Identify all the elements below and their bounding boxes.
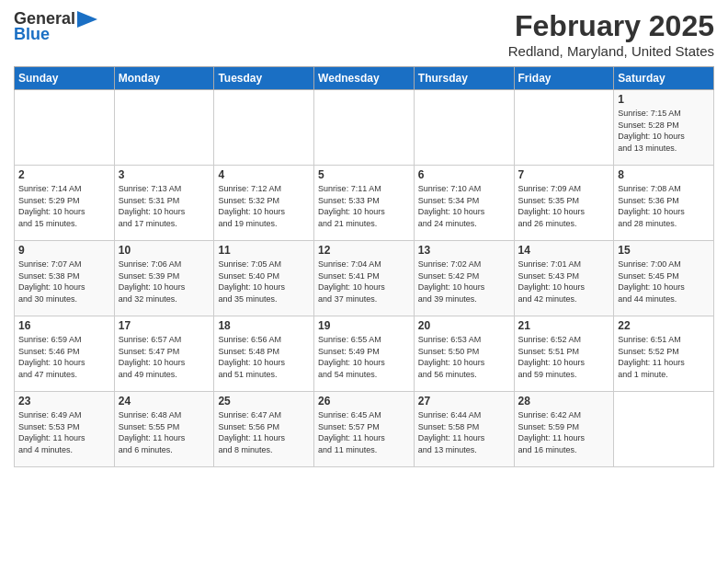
svg-marker-0: [77, 11, 97, 28]
calendar-day-cell: 7Sunrise: 7:09 AM Sunset: 5:35 PM Daylig…: [514, 166, 614, 241]
day-number: 19: [318, 319, 410, 332]
header: General Blue February 2025 Redland, Mary…: [14, 9, 714, 59]
calendar-day-cell: [614, 392, 714, 467]
calendar-day-cell: 2Sunrise: 7:14 AM Sunset: 5:29 PM Daylig…: [15, 166, 115, 241]
month-title: February 2025: [508, 9, 714, 43]
calendar-day-cell: 9Sunrise: 7:07 AM Sunset: 5:38 PM Daylig…: [15, 241, 115, 316]
day-detail: Sunrise: 6:47 AM Sunset: 5:56 PM Dayligh…: [218, 409, 310, 455]
calendar-week-row: 2Sunrise: 7:14 AM Sunset: 5:29 PM Daylig…: [15, 166, 714, 241]
day-number: 14: [518, 244, 610, 257]
day-number: 10: [119, 244, 210, 257]
day-detail: Sunrise: 7:13 AM Sunset: 5:31 PM Dayligh…: [119, 183, 210, 229]
day-number: 22: [618, 319, 710, 332]
weekday-header-cell: Tuesday: [214, 67, 314, 90]
calendar-day-cell: 10Sunrise: 7:06 AM Sunset: 5:39 PM Dayli…: [114, 241, 214, 316]
calendar-day-cell: 6Sunrise: 7:10 AM Sunset: 5:34 PM Daylig…: [414, 166, 514, 241]
calendar-day-cell: 11Sunrise: 7:05 AM Sunset: 5:40 PM Dayli…: [214, 241, 314, 316]
day-number: 6: [418, 168, 510, 181]
logo-blue-text: Blue: [14, 25, 50, 44]
day-number: 15: [618, 244, 710, 257]
calendar-day-cell: [514, 90, 614, 166]
calendar-day-cell: 12Sunrise: 7:04 AM Sunset: 5:41 PM Dayli…: [314, 241, 415, 316]
day-detail: Sunrise: 7:05 AM Sunset: 5:40 PM Dayligh…: [218, 259, 310, 304]
day-number: 17: [119, 319, 210, 332]
calendar-table: SundayMondayTuesdayWednesdayThursdayFrid…: [14, 66, 714, 467]
calendar-day-cell: 4Sunrise: 7:12 AM Sunset: 5:32 PM Daylig…: [214, 166, 314, 241]
day-detail: Sunrise: 7:11 AM Sunset: 5:33 PM Dayligh…: [318, 183, 410, 229]
day-detail: Sunrise: 6:51 AM Sunset: 5:52 PM Dayligh…: [618, 334, 710, 380]
day-number: 24: [119, 395, 210, 408]
title-area: February 2025 Redland, Maryland, United …: [508, 9, 714, 59]
day-detail: Sunrise: 6:42 AM Sunset: 5:59 PM Dayligh…: [518, 409, 610, 455]
day-number: 28: [518, 395, 610, 408]
day-number: 4: [218, 168, 310, 181]
calendar-day-cell: 17Sunrise: 6:57 AM Sunset: 5:47 PM Dayli…: [114, 316, 214, 392]
day-number: 21: [518, 319, 610, 332]
calendar-day-cell: [114, 90, 214, 166]
page-container: General Blue February 2025 Redland, Mary…: [0, 0, 728, 472]
day-detail: Sunrise: 7:15 AM Sunset: 5:28 PM Dayligh…: [618, 108, 710, 154]
logo: General Blue: [14, 9, 97, 44]
day-detail: Sunrise: 7:08 AM Sunset: 5:36 PM Dayligh…: [618, 183, 710, 229]
day-number: 26: [318, 395, 410, 408]
day-detail: Sunrise: 6:57 AM Sunset: 5:47 PM Dayligh…: [119, 334, 210, 380]
day-number: 18: [218, 319, 310, 332]
day-detail: Sunrise: 7:00 AM Sunset: 5:45 PM Dayligh…: [618, 259, 710, 304]
day-number: 23: [18, 395, 110, 408]
weekday-header-cell: Friday: [514, 67, 614, 90]
day-number: 20: [418, 319, 510, 332]
day-number: 1: [618, 93, 710, 106]
day-detail: Sunrise: 6:55 AM Sunset: 5:49 PM Dayligh…: [318, 334, 410, 380]
calendar-day-cell: 26Sunrise: 6:45 AM Sunset: 5:57 PM Dayli…: [314, 392, 415, 467]
calendar-day-cell: 16Sunrise: 6:59 AM Sunset: 5:46 PM Dayli…: [15, 316, 115, 392]
calendar-day-cell: [314, 90, 415, 166]
day-detail: Sunrise: 6:59 AM Sunset: 5:46 PM Dayligh…: [18, 334, 110, 380]
day-number: 12: [318, 244, 410, 257]
calendar-header-row: SundayMondayTuesdayWednesdayThursdayFrid…: [15, 67, 714, 90]
calendar-day-cell: 5Sunrise: 7:11 AM Sunset: 5:33 PM Daylig…: [314, 166, 415, 241]
calendar-day-cell: 18Sunrise: 6:56 AM Sunset: 5:48 PM Dayli…: [214, 316, 314, 392]
calendar-day-cell: 3Sunrise: 7:13 AM Sunset: 5:31 PM Daylig…: [114, 166, 214, 241]
day-detail: Sunrise: 7:06 AM Sunset: 5:39 PM Dayligh…: [119, 259, 210, 304]
day-detail: Sunrise: 6:53 AM Sunset: 5:50 PM Dayligh…: [418, 334, 510, 380]
calendar-day-cell: 14Sunrise: 7:01 AM Sunset: 5:43 PM Dayli…: [514, 241, 614, 316]
weekday-header-cell: Sunday: [15, 67, 115, 90]
calendar-day-cell: 15Sunrise: 7:00 AM Sunset: 5:45 PM Dayli…: [614, 241, 714, 316]
day-detail: Sunrise: 7:02 AM Sunset: 5:42 PM Dayligh…: [418, 259, 510, 304]
weekday-header-cell: Saturday: [614, 67, 714, 90]
calendar-day-cell: 8Sunrise: 7:08 AM Sunset: 5:36 PM Daylig…: [614, 166, 714, 241]
day-detail: Sunrise: 6:44 AM Sunset: 5:58 PM Dayligh…: [418, 409, 510, 455]
day-number: 9: [18, 244, 110, 257]
day-number: 2: [18, 168, 110, 181]
calendar-day-cell: [15, 90, 115, 166]
day-detail: Sunrise: 7:10 AM Sunset: 5:34 PM Dayligh…: [418, 183, 510, 229]
calendar-day-cell: [214, 90, 314, 166]
day-number: 3: [119, 168, 210, 181]
logo-icon: [77, 11, 97, 28]
calendar-day-cell: 21Sunrise: 6:52 AM Sunset: 5:51 PM Dayli…: [514, 316, 614, 392]
calendar-day-cell: [414, 90, 514, 166]
day-detail: Sunrise: 7:07 AM Sunset: 5:38 PM Dayligh…: [18, 259, 110, 304]
day-detail: Sunrise: 6:52 AM Sunset: 5:51 PM Dayligh…: [518, 334, 610, 380]
calendar-body: 1Sunrise: 7:15 AM Sunset: 5:28 PM Daylig…: [15, 90, 714, 467]
calendar-day-cell: 19Sunrise: 6:55 AM Sunset: 5:49 PM Dayli…: [314, 316, 415, 392]
weekday-header-cell: Wednesday: [314, 67, 415, 90]
calendar-day-cell: 25Sunrise: 6:47 AM Sunset: 5:56 PM Dayli…: [214, 392, 314, 467]
calendar-day-cell: 1Sunrise: 7:15 AM Sunset: 5:28 PM Daylig…: [614, 90, 714, 166]
calendar-day-cell: 13Sunrise: 7:02 AM Sunset: 5:42 PM Dayli…: [414, 241, 514, 316]
day-detail: Sunrise: 6:48 AM Sunset: 5:55 PM Dayligh…: [119, 409, 210, 455]
location-title: Redland, Maryland, United States: [508, 43, 714, 59]
day-detail: Sunrise: 7:04 AM Sunset: 5:41 PM Dayligh…: [318, 259, 410, 304]
day-number: 8: [618, 168, 710, 181]
calendar-day-cell: 27Sunrise: 6:44 AM Sunset: 5:58 PM Dayli…: [414, 392, 514, 467]
day-number: 13: [418, 244, 510, 257]
day-detail: Sunrise: 7:14 AM Sunset: 5:29 PM Dayligh…: [18, 183, 110, 229]
calendar-week-row: 9Sunrise: 7:07 AM Sunset: 5:38 PM Daylig…: [15, 241, 714, 316]
weekday-header-cell: Monday: [114, 67, 214, 90]
day-detail: Sunrise: 7:12 AM Sunset: 5:32 PM Dayligh…: [218, 183, 310, 229]
calendar-day-cell: 28Sunrise: 6:42 AM Sunset: 5:59 PM Dayli…: [514, 392, 614, 467]
calendar-day-cell: 20Sunrise: 6:53 AM Sunset: 5:50 PM Dayli…: [414, 316, 514, 392]
calendar-day-cell: 22Sunrise: 6:51 AM Sunset: 5:52 PM Dayli…: [614, 316, 714, 392]
day-detail: Sunrise: 7:09 AM Sunset: 5:35 PM Dayligh…: [518, 183, 610, 229]
calendar-day-cell: 24Sunrise: 6:48 AM Sunset: 5:55 PM Dayli…: [114, 392, 214, 467]
